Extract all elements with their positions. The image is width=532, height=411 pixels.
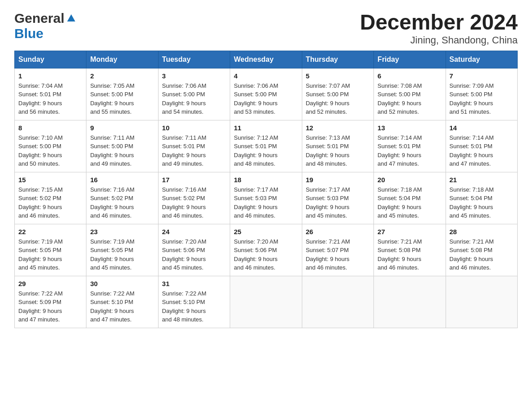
day-info: Sunrise: 7:21 AMSunset: 5:08 PMDaylight:… (378, 237, 442, 272)
day-number: 1 (18, 72, 82, 80)
day-info: Sunrise: 7:15 AMSunset: 5:02 PMDaylight:… (18, 185, 82, 220)
calendar-title-area: December 2024 Jining, Shandong, China (360, 11, 518, 46)
day-info: Sunrise: 7:17 AMSunset: 5:03 PMDaylight:… (234, 185, 298, 220)
day-info: Sunrise: 7:22 AMSunset: 5:10 PMDaylight:… (90, 289, 154, 324)
calendar-cell: 25Sunrise: 7:20 AMSunset: 5:06 PMDayligh… (230, 224, 302, 276)
day-number: 26 (306, 228, 370, 235)
calendar-week-row: 8Sunrise: 7:10 AMSunset: 5:00 PMDaylight… (15, 120, 518, 172)
day-number: 13 (378, 124, 442, 132)
calendar-cell: 27Sunrise: 7:21 AMSunset: 5:08 PMDayligh… (374, 224, 446, 276)
day-number: 10 (162, 124, 226, 132)
calendar-cell: 7Sunrise: 7:09 AMSunset: 5:00 PMDaylight… (446, 68, 517, 120)
day-info: Sunrise: 7:11 AMSunset: 5:01 PMDaylight:… (162, 133, 226, 168)
day-number: 15 (18, 176, 82, 184)
calendar-cell: 29Sunrise: 7:22 AMSunset: 5:09 PMDayligh… (15, 276, 86, 328)
calendar-cell: 4Sunrise: 7:06 AMSunset: 5:00 PMDaylight… (230, 68, 302, 120)
header-thursday: Thursday (302, 51, 373, 68)
header-friday: Friday (374, 51, 446, 68)
day-info: Sunrise: 7:06 AMSunset: 5:00 PMDaylight:… (162, 81, 226, 116)
day-number: 9 (90, 124, 154, 132)
day-number: 21 (450, 176, 514, 184)
calendar-cell: 14Sunrise: 7:14 AMSunset: 5:01 PMDayligh… (446, 120, 517, 172)
calendar-cell: 28Sunrise: 7:21 AMSunset: 5:08 PMDayligh… (446, 224, 517, 276)
logo: General Blue (14, 11, 76, 41)
day-info: Sunrise: 7:08 AMSunset: 5:00 PMDaylight:… (378, 81, 442, 116)
calendar-cell: 6Sunrise: 7:08 AMSunset: 5:00 PMDaylight… (374, 68, 446, 120)
calendar-cell (446, 276, 517, 328)
day-info: Sunrise: 7:16 AMSunset: 5:02 PMDaylight:… (90, 185, 154, 220)
day-info: Sunrise: 7:18 AMSunset: 5:04 PMDaylight:… (450, 185, 514, 220)
day-number: 4 (234, 72, 298, 80)
calendar-cell: 16Sunrise: 7:16 AMSunset: 5:02 PMDayligh… (86, 172, 158, 224)
day-info: Sunrise: 7:13 AMSunset: 5:01 PMDaylight:… (306, 133, 370, 168)
calendar-cell (302, 276, 373, 328)
day-number: 19 (306, 176, 370, 184)
calendar-cell: 1Sunrise: 7:04 AMSunset: 5:01 PMDaylight… (15, 68, 86, 120)
calendar-cell: 13Sunrise: 7:14 AMSunset: 5:01 PMDayligh… (374, 120, 446, 172)
calendar-cell: 26Sunrise: 7:21 AMSunset: 5:07 PMDayligh… (302, 224, 373, 276)
day-number: 3 (162, 72, 226, 80)
calendar-cell: 2Sunrise: 7:05 AMSunset: 5:00 PMDaylight… (86, 68, 158, 120)
day-number: 14 (450, 124, 514, 132)
day-number: 20 (378, 176, 442, 184)
day-info: Sunrise: 7:21 AMSunset: 5:08 PMDaylight:… (450, 237, 514, 272)
day-info: Sunrise: 7:19 AMSunset: 5:05 PMDaylight:… (18, 237, 82, 272)
calendar-cell: 22Sunrise: 7:19 AMSunset: 5:05 PMDayligh… (15, 224, 86, 276)
day-number: 11 (234, 124, 298, 132)
day-info: Sunrise: 7:14 AMSunset: 5:01 PMDaylight:… (378, 133, 442, 168)
day-number: 23 (90, 228, 154, 235)
calendar-cell: 15Sunrise: 7:15 AMSunset: 5:02 PMDayligh… (15, 172, 86, 224)
day-number: 18 (234, 176, 298, 184)
header-tuesday: Tuesday (158, 51, 230, 68)
day-number: 28 (450, 228, 514, 235)
day-info: Sunrise: 7:05 AMSunset: 5:00 PMDaylight:… (90, 81, 154, 116)
calendar-cell (374, 276, 446, 328)
day-info: Sunrise: 7:06 AMSunset: 5:00 PMDaylight:… (234, 81, 298, 116)
day-info: Sunrise: 7:16 AMSunset: 5:02 PMDaylight:… (162, 185, 226, 220)
day-number: 27 (378, 228, 442, 235)
calendar-week-row: 1Sunrise: 7:04 AMSunset: 5:01 PMDaylight… (15, 68, 518, 120)
day-number: 31 (162, 280, 226, 287)
day-number: 12 (306, 124, 370, 132)
day-number: 22 (18, 228, 82, 235)
calendar-subtitle: Jining, Shandong, China (360, 34, 518, 46)
calendar-week-row: 29Sunrise: 7:22 AMSunset: 5:09 PMDayligh… (15, 276, 518, 328)
day-number: 29 (18, 280, 82, 287)
day-info: Sunrise: 7:19 AMSunset: 5:05 PMDaylight:… (90, 237, 154, 272)
calendar-cell: 5Sunrise: 7:07 AMSunset: 5:00 PMDaylight… (302, 68, 373, 120)
calendar-cell: 19Sunrise: 7:17 AMSunset: 5:03 PMDayligh… (302, 172, 373, 224)
day-info: Sunrise: 7:11 AMSunset: 5:00 PMDaylight:… (90, 133, 154, 168)
calendar-cell: 30Sunrise: 7:22 AMSunset: 5:10 PMDayligh… (86, 276, 158, 328)
calendar-cell: 23Sunrise: 7:19 AMSunset: 5:05 PMDayligh… (86, 224, 158, 276)
day-number: 2 (90, 72, 154, 80)
calendar-week-row: 15Sunrise: 7:15 AMSunset: 5:02 PMDayligh… (15, 172, 518, 224)
day-info: Sunrise: 7:22 AMSunset: 5:10 PMDaylight:… (162, 289, 226, 324)
calendar-week-row: 22Sunrise: 7:19 AMSunset: 5:05 PMDayligh… (15, 224, 518, 276)
day-info: Sunrise: 7:20 AMSunset: 5:06 PMDaylight:… (162, 237, 226, 272)
calendar-cell: 12Sunrise: 7:13 AMSunset: 5:01 PMDayligh… (302, 120, 373, 172)
calendar-cell: 18Sunrise: 7:17 AMSunset: 5:03 PMDayligh… (230, 172, 302, 224)
day-number: 16 (90, 176, 154, 184)
calendar-cell: 8Sunrise: 7:10 AMSunset: 5:00 PMDaylight… (15, 120, 86, 172)
calendar-cell: 24Sunrise: 7:20 AMSunset: 5:06 PMDayligh… (158, 224, 230, 276)
day-number: 25 (234, 228, 298, 235)
calendar-cell: 20Sunrise: 7:18 AMSunset: 5:04 PMDayligh… (374, 172, 446, 224)
day-number: 17 (162, 176, 226, 184)
calendar-cell: 21Sunrise: 7:18 AMSunset: 5:04 PMDayligh… (446, 172, 517, 224)
calendar-cell (230, 276, 302, 328)
calendar-table: SundayMondayTuesdayWednesdayThursdayFrid… (14, 51, 518, 328)
logo-triangle-icon (66, 13, 76, 23)
calendar-title: December 2024 (360, 11, 518, 34)
day-info: Sunrise: 7:04 AMSunset: 5:01 PMDaylight:… (18, 81, 82, 116)
day-info: Sunrise: 7:18 AMSunset: 5:04 PMDaylight:… (378, 185, 442, 220)
calendar-cell: 11Sunrise: 7:12 AMSunset: 5:01 PMDayligh… (230, 120, 302, 172)
logo-general-text: General (14, 11, 64, 26)
header-wednesday: Wednesday (230, 51, 302, 68)
calendar-cell: 31Sunrise: 7:22 AMSunset: 5:10 PMDayligh… (158, 276, 230, 328)
header-sunday: Sunday (15, 51, 86, 68)
svg-marker-0 (67, 14, 75, 21)
day-info: Sunrise: 7:17 AMSunset: 5:03 PMDaylight:… (306, 185, 370, 220)
day-info: Sunrise: 7:21 AMSunset: 5:07 PMDaylight:… (306, 237, 370, 272)
day-number: 6 (378, 72, 442, 80)
day-number: 24 (162, 228, 226, 235)
